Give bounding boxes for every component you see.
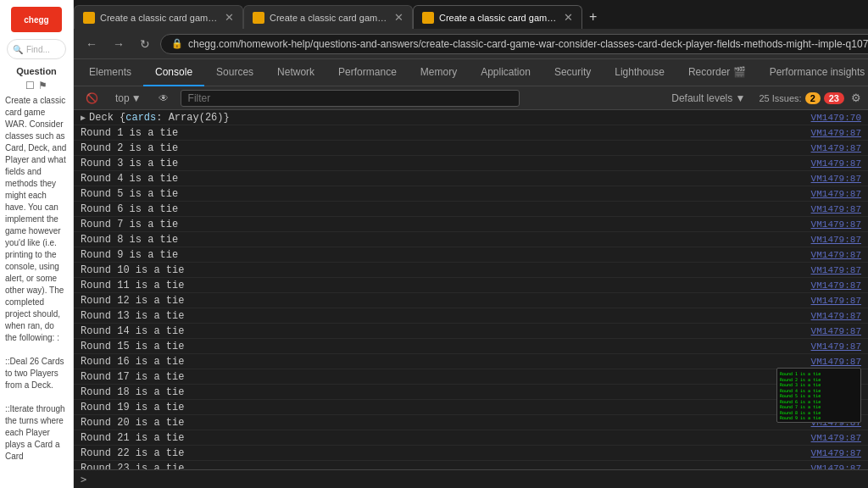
- round-row: Round 15 is a tieVM1479:87: [74, 339, 868, 354]
- tab-1-close[interactable]: ✕: [225, 11, 234, 24]
- round-text: Round 4 is a tie: [81, 173, 804, 185]
- bookmark-icon[interactable]: ☐: [25, 80, 35, 92]
- tab-sources[interactable]: Sources: [204, 59, 265, 86]
- round-source[interactable]: VM1479:87: [804, 326, 861, 336]
- round-text: Round 21 is a tie: [81, 432, 804, 444]
- round-source[interactable]: VM1479:87: [804, 128, 861, 138]
- round-source[interactable]: VM1479:87: [804, 143, 861, 153]
- round-text: Round 11 is a tie: [81, 280, 804, 291]
- round-source[interactable]: VM1479:87: [804, 265, 861, 275]
- tab-3[interactable]: Create a classic card game W... ✕: [413, 5, 582, 29]
- forward-button[interactable]: →: [108, 34, 130, 54]
- tab-perf-insights[interactable]: Performance insights 🏎: [758, 59, 868, 86]
- search-icon: 🔍: [13, 45, 23, 54]
- round-text: Round 17 is a tie: [81, 371, 804, 383]
- round-source[interactable]: VM1479:87: [804, 235, 861, 245]
- lock-icon: 🔒: [171, 38, 183, 49]
- round-row: Round 20 is a tieVM1479:87: [74, 415, 868, 430]
- eye-button[interactable]: 👁: [153, 91, 174, 106]
- tab-2[interactable]: Create a classic card game W... ✕: [243, 5, 413, 29]
- filter-input[interactable]: [181, 90, 520, 107]
- round-text: Round 12 is a tie: [81, 295, 804, 307]
- levels-button[interactable]: Default levels ▼: [665, 91, 752, 106]
- round-source[interactable]: VM1479:87: [804, 433, 861, 443]
- address-text: chegg.com/homework-help/questions-and-an…: [188, 38, 868, 50]
- tab-2-close[interactable]: ✕: [394, 11, 403, 24]
- expand-arrow[interactable]: ▶: [81, 113, 86, 123]
- round-source[interactable]: VM1479:87: [804, 357, 861, 367]
- search-placeholder: Find...: [26, 45, 50, 54]
- round-text: Round 22 is a tie: [81, 447, 804, 459]
- round-source[interactable]: VM1479:87: [804, 448, 861, 458]
- devtools-tab-bar: Elements Console Sources Network Perform…: [74, 59, 868, 86]
- tab-application[interactable]: Application: [469, 59, 542, 86]
- console-settings-btn[interactable]: ⚙: [851, 92, 861, 104]
- question-body: Create a classic card game WAR. Consider…: [0, 95, 73, 463]
- round-source[interactable]: VM1479:87: [804, 158, 861, 169]
- round-row: Round 10 is a tieVM1479:87: [74, 263, 868, 278]
- error-badge: 23: [824, 92, 844, 104]
- tab-3-favicon: [422, 12, 434, 24]
- new-tab-button[interactable]: +: [582, 5, 604, 29]
- tab-1[interactable]: Create a classic card game W... ✕: [74, 5, 243, 29]
- round-text: Round 3 is a tie: [81, 158, 804, 169]
- round-source[interactable]: VM1479:87: [804, 280, 861, 291]
- round-text: Round 13 is a tie: [81, 310, 804, 322]
- search-box[interactable]: 🔍 Find...: [7, 39, 66, 59]
- round-row: Round 5 is a tieVM1479:87: [74, 186, 868, 202]
- console-output: ▶ Deck {cards: Array(26)} VM1479:70 Roun…: [74, 110, 868, 469]
- tab-performance[interactable]: Performance: [326, 59, 409, 86]
- back-button[interactable]: ←: [81, 34, 103, 54]
- round-row: Round 16 is a tieVM1479:87: [74, 354, 868, 369]
- chegg-logo: chegg: [11, 7, 62, 32]
- main-content: Create a classic card game W... ✕ Create…: [74, 0, 868, 488]
- round-text: Round 7 is a tie: [81, 219, 804, 230]
- deck-source[interactable]: VM1479:70: [804, 113, 861, 123]
- round-row: Round 22 is a tieVM1479:87: [74, 446, 868, 461]
- console-input-row: >: [74, 469, 868, 488]
- round-row: Round 6 is a tieVM1479:87: [74, 202, 868, 217]
- round-text: Round 23 is a tie: [81, 463, 804, 470]
- round-source[interactable]: VM1479:87: [804, 341, 861, 352]
- round-source[interactable]: VM1479:87: [804, 189, 861, 199]
- round-text: Round 16 is a tie: [81, 356, 804, 368]
- round-source[interactable]: VM1479:87: [804, 250, 861, 260]
- round-source[interactable]: VM1479:87: [804, 174, 861, 184]
- warning-badge: 2: [805, 92, 821, 104]
- round-source[interactable]: VM1479:87: [804, 204, 861, 214]
- round-row: Round 14 is a tieVM1479:87: [74, 324, 868, 339]
- flag-icon[interactable]: ⚑: [38, 80, 47, 92]
- round-text: Round 18 is a tie: [81, 386, 804, 398]
- tab-3-close[interactable]: ✕: [564, 11, 573, 24]
- round-row: Round 18 is a tieVM1479:87: [74, 385, 868, 400]
- round-source[interactable]: VM1479:87: [804, 463, 861, 470]
- question-label: Question: [16, 66, 57, 76]
- tab-security[interactable]: Security: [542, 59, 603, 86]
- console-input[interactable]: [92, 474, 861, 485]
- tab-network[interactable]: Network: [265, 59, 326, 86]
- tab-console[interactable]: Console: [143, 59, 204, 86]
- top-context-selector[interactable]: top ▼: [110, 91, 147, 106]
- round-text: Round 8 is a tie: [81, 234, 804, 246]
- reload-button[interactable]: ↻: [135, 34, 155, 54]
- round-source[interactable]: VM1479:87: [804, 219, 861, 230]
- devtools-panel: Elements Console Sources Network Perform…: [74, 59, 868, 488]
- tab-2-title: Create a classic card game W...: [270, 13, 389, 23]
- round-source[interactable]: VM1479:87: [804, 311, 861, 321]
- round-row: Round 2 is a tieVM1479:87: [74, 141, 868, 156]
- round-row: Round 12 is a tieVM1479:87: [74, 293, 868, 308]
- address-bar[interactable]: 🔒 chegg.com/homework-help/questions-and-…: [160, 34, 868, 54]
- round-row: Round 11 is a tieVM1479:87: [74, 278, 868, 293]
- clear-console-button[interactable]: 🚫: [81, 91, 103, 106]
- round-row: Round 9 is a tieVM1479:87: [74, 247, 868, 263]
- round-source[interactable]: VM1479:87: [804, 296, 861, 306]
- tab-elements[interactable]: Elements: [77, 59, 143, 86]
- top-label: top: [115, 92, 130, 104]
- round-text: Round 14 is a tie: [81, 325, 804, 337]
- round-row: Round 23 is a tieVM1479:87: [74, 461, 868, 469]
- tab-lighthouse[interactable]: Lighthouse: [603, 59, 676, 86]
- round-row: Round 8 is a tieVM1479:87: [74, 232, 868, 247]
- tab-recorder[interactable]: Recorder 🎬: [676, 59, 758, 86]
- tab-memory[interactable]: Memory: [409, 59, 469, 86]
- round-rows-container: Round 1 is a tieVM1479:87Round 2 is a ti…: [74, 125, 868, 469]
